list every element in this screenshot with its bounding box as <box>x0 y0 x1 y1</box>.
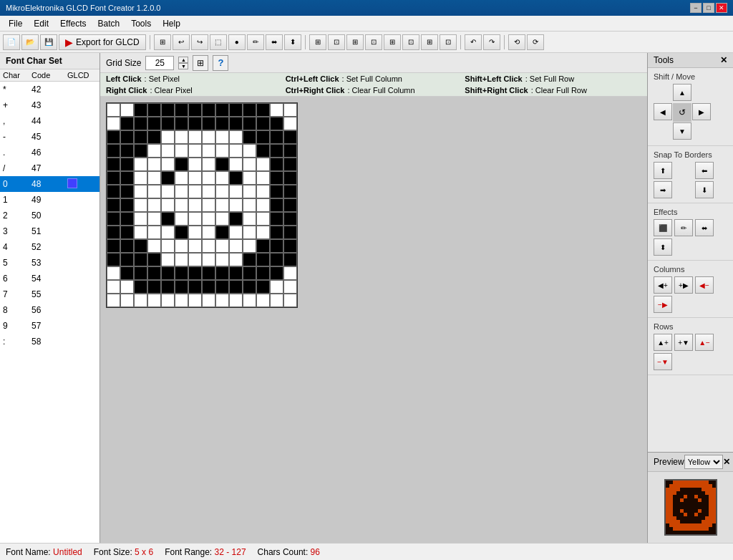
pixel-cell[interactable] <box>243 185 256 198</box>
pixel-cell[interactable] <box>147 226 161 239</box>
pixel-cell[interactable] <box>120 239 134 253</box>
pixel-cell[interactable] <box>120 130 134 144</box>
tb-icon-8[interactable]: ⬍ <box>284 34 301 50</box>
pixel-cell[interactable] <box>120 144 134 158</box>
pixel-cell[interactable] <box>175 266 188 280</box>
pixel-cell[interactable] <box>120 253 134 266</box>
pixel-cell[interactable] <box>270 198 283 212</box>
pixel-cell[interactable] <box>202 266 215 280</box>
pixel-cell[interactable] <box>147 239 161 253</box>
pixel-cell[interactable] <box>161 226 175 239</box>
pixel-cell[interactable] <box>243 117 256 130</box>
pixel-cell[interactable] <box>215 226 229 239</box>
pixel-cell[interactable] <box>283 266 297 280</box>
pixel-cell[interactable] <box>175 212 188 226</box>
col-add-left-button[interactable]: ◀+ <box>654 276 672 294</box>
menu-help[interactable]: Help <box>157 17 186 30</box>
pixel-cell[interactable] <box>107 103 120 117</box>
row-remove-bottom-button[interactable]: −▼ <box>654 353 672 370</box>
pixel-cell[interactable] <box>107 198 120 212</box>
pixel-cell[interactable] <box>188 253 202 266</box>
pixel-cell[interactable] <box>188 198 202 212</box>
pixel-cell[interactable] <box>147 253 161 266</box>
pixel-cell[interactable] <box>270 130 283 144</box>
effect-pencil-button[interactable]: ✏ <box>674 219 693 236</box>
tb-grid-2[interactable]: ⊡ <box>328 34 345 50</box>
maximize-button[interactable]: □ <box>703 3 714 13</box>
pixel-cell[interactable] <box>107 158 120 171</box>
pixel-cell[interactable] <box>243 226 256 239</box>
pixel-cell[interactable] <box>270 294 283 307</box>
pixel-cell[interactable] <box>283 253 297 266</box>
char-row[interactable]: 755 <box>0 286 99 302</box>
char-row[interactable]: 048 <box>0 176 99 192</box>
pixel-cell[interactable] <box>215 185 229 198</box>
pixel-cell[interactable] <box>147 144 161 158</box>
pixel-cell[interactable] <box>202 226 215 239</box>
tb-grid-7[interactable]: ⊞ <box>421 34 438 50</box>
tb-icon-4[interactable]: ⬚ <box>210 34 227 50</box>
pixel-cell[interactable] <box>120 280 134 294</box>
char-row[interactable]: 654 <box>0 271 99 286</box>
export-glcd-button[interactable]: ▶ Export for GLCD <box>59 34 146 50</box>
pixel-cell[interactable] <box>229 266 243 280</box>
pixel-cell[interactable] <box>202 212 215 226</box>
pixel-cell[interactable] <box>175 294 188 307</box>
pixel-cell[interactable] <box>243 239 256 253</box>
pixel-cell[interactable] <box>283 144 297 158</box>
pixel-cell[interactable] <box>283 171 297 185</box>
pixel-cell[interactable] <box>256 158 270 171</box>
char-row[interactable]: 351 <box>0 223 99 239</box>
row-remove-top-button[interactable]: ▲− <box>695 334 714 351</box>
preview-color-select[interactable]: Yellow Green Blue White <box>684 455 723 469</box>
tb-grid-5[interactable]: ⊞ <box>384 34 401 50</box>
pixel-cell[interactable] <box>256 253 270 266</box>
pixel-cell[interactable] <box>188 294 202 307</box>
pixel-cell[interactable] <box>270 185 283 198</box>
pixel-cell[interactable] <box>256 226 270 239</box>
tb-grid-6[interactable]: ⊡ <box>402 34 419 50</box>
pixel-cell[interactable] <box>161 266 175 280</box>
pixel-cell[interactable] <box>134 158 147 171</box>
snap-right-button[interactable]: ➡ <box>654 181 672 198</box>
pixel-cell[interactable] <box>175 253 188 266</box>
pixel-cell[interactable] <box>161 144 175 158</box>
tb-action-1[interactable]: ↶ <box>465 34 482 50</box>
pixel-cell[interactable] <box>107 130 120 144</box>
tb-undo[interactable]: ↩ <box>173 34 190 50</box>
pixel-cell[interactable] <box>188 280 202 294</box>
pixel-cell[interactable] <box>256 266 270 280</box>
effect-flip-v-button[interactable]: ⬍ <box>654 238 672 256</box>
pixel-cell[interactable] <box>256 130 270 144</box>
row-add-top-button[interactable]: ▲+ <box>654 334 672 351</box>
pixel-cell[interactable] <box>270 144 283 158</box>
pixel-cell[interactable] <box>161 239 175 253</box>
pixel-cell[interactable] <box>134 294 147 307</box>
pixel-cell[interactable] <box>107 212 120 226</box>
pixel-cell[interactable] <box>147 198 161 212</box>
pixel-cell[interactable] <box>175 226 188 239</box>
close-preview-button[interactable]: ✕ <box>723 457 730 467</box>
char-row[interactable]: 452 <box>0 239 99 255</box>
pixel-cell[interactable] <box>161 294 175 307</box>
row-add-bottom-button[interactable]: +▼ <box>674 334 693 351</box>
tb-grid-4[interactable]: ⊡ <box>365 34 382 50</box>
pixel-cell[interactable] <box>161 198 175 212</box>
pixel-cell[interactable] <box>161 130 175 144</box>
shift-left-button[interactable]: ◀ <box>654 103 672 120</box>
pixel-cell[interactable] <box>107 117 120 130</box>
pixel-cell[interactable] <box>107 226 120 239</box>
pixel-cell[interactable] <box>243 266 256 280</box>
pixel-cell[interactable] <box>120 185 134 198</box>
pixel-cell[interactable] <box>161 212 175 226</box>
pixel-cell[interactable] <box>188 158 202 171</box>
char-row[interactable]: 856 <box>0 302 99 318</box>
tb-hist-1[interactable]: ⟲ <box>508 34 525 50</box>
pixel-cell[interactable] <box>270 158 283 171</box>
pixel-cell[interactable] <box>175 103 188 117</box>
pixel-cell[interactable] <box>134 117 147 130</box>
pixel-cell[interactable] <box>134 103 147 117</box>
pixel-cell[interactable] <box>243 103 256 117</box>
char-row[interactable]: *42 <box>0 82 99 97</box>
pixel-cell[interactable] <box>215 158 229 171</box>
